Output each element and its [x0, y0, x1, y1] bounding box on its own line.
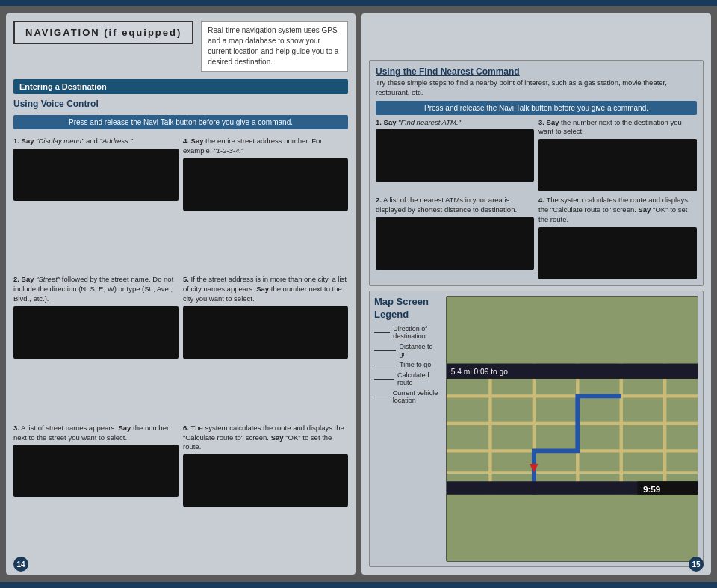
command-bar-right: Press and release the Navi Talk button b… [376, 101, 697, 115]
step-5-image [183, 306, 348, 359]
main-content: NAVIGATION (if equipped) Real-time navig… [0, 6, 717, 582]
legend-direction-label: Direction of destination [393, 325, 441, 340]
step-3: 3. A list of street names appears. Say t… [13, 424, 179, 567]
legend-distance-label: Distance to go [399, 343, 441, 358]
step-3-text: 3. A list of street names appears. Say t… [13, 424, 179, 443]
nav-title: NAVIGATION (if equipped) [13, 21, 193, 44]
bottom-bar [0, 582, 717, 588]
step-6-text: 6. The system calculates the route and d… [183, 424, 348, 452]
step-2: 2. Say "Street" followed by the street n… [13, 275, 179, 418]
svg-rect-0 [447, 363, 698, 494]
find-step-2: 2. A list of the nearest ATMs in your ar… [376, 196, 534, 279]
nav-title-area: NAVIGATION (if equipped) Real-time navig… [13, 21, 348, 72]
nav-description: Real-time navigation system uses GPS and… [201, 21, 348, 72]
step-6: 6. The system calculates the route and d… [183, 424, 348, 567]
legend-time-label: Time to go [400, 361, 431, 368]
legend-vehicle-label: Current vehicle location [393, 389, 441, 404]
legend-line-distance [374, 350, 396, 351]
find-step-4: 4. The system calculates the route and d… [538, 196, 697, 279]
legend-line-time [374, 365, 397, 365]
map-legend-box: Map ScreenLegend Direction of destinatio… [369, 291, 704, 567]
svg-text:5.4 mi 0:09 to go: 5.4 mi 0:09 to go [451, 368, 508, 376]
section-header: Entering a Destination [13, 79, 348, 94]
find-step-1: 1. Say "Find nearest ATM." [376, 118, 534, 192]
map-image-container: 9:59 5.4 mi 0:09 to go [446, 296, 698, 562]
svg-text:9:59: 9:59 [643, 484, 661, 494]
legend-time: Time to go [374, 361, 441, 368]
page-number-left: 14 [13, 557, 28, 572]
step-4-text: 4. Say the entire street address number.… [183, 137, 348, 156]
right-page: Using the Find Nearest Command Try these… [361, 13, 711, 575]
find-step-1-image [376, 129, 534, 182]
step-2-text: 2. Say "Street" followed by the street n… [13, 275, 179, 303]
find-step-3-text: 3. Say the number next to the destinatio… [538, 118, 697, 137]
step-1-image [13, 149, 179, 201]
legend-direction: Direction of destination [374, 325, 441, 340]
legend-vehicle: Current vehicle location [374, 389, 441, 404]
legend-route-label: Calculated route [397, 371, 441, 386]
step-2-image [13, 306, 179, 359]
steps-grid: 1. Say "Display menu" and "Address." 4. … [13, 137, 348, 567]
map-svg: 9:59 5.4 mi 0:09 to go [447, 297, 698, 561]
legend-line-route [374, 379, 394, 380]
find-nearest-title: Using the Find Nearest Command [376, 66, 697, 77]
step-1-text: 1. Say "Display menu" and "Address." [13, 137, 179, 146]
right-page-spacer [369, 21, 704, 55]
page-number-right: 15 [689, 557, 704, 572]
find-nearest-description: Try these simple steps to find a nearby … [376, 78, 697, 98]
map-screen-right: 9:59 5.4 mi 0:09 to go [446, 296, 698, 562]
legend-line-direction [374, 332, 390, 333]
find-step-2-text: 2. A list of the nearest ATMs in your ar… [376, 196, 534, 215]
map-legend-title: Map ScreenLegend [374, 296, 441, 321]
legend-route: Calculated route [374, 371, 441, 386]
top-bar [0, 0, 717, 6]
command-bar-left: Press and release the Navi Talk button b… [13, 115, 348, 129]
legend-items: Direction of destination Distance to go … [374, 325, 441, 404]
step-4: 4. Say the entire street address number.… [183, 137, 348, 270]
step-5-text: 5. If the street address is in more than… [183, 275, 348, 303]
subsection-title-voice: Using Voice Control [13, 99, 348, 109]
find-step-2-image [376, 217, 534, 270]
find-nearest-box: Using the Find Nearest Command Try these… [369, 60, 704, 286]
find-step-3: 3. Say the number next to the destinatio… [538, 118, 697, 192]
step-1: 1. Say "Display menu" and "Address." [13, 137, 179, 270]
legend-line-vehicle [374, 397, 390, 397]
find-step-1-text: 1. Say "Find nearest ATM." [376, 118, 534, 128]
step-6-image [183, 454, 348, 507]
step-5: 5. If the street address is in more than… [183, 275, 348, 418]
left-page: NAVIGATION (if equipped) Real-time navig… [6, 13, 356, 575]
step-3-image [13, 445, 179, 497]
find-step-4-text: 4. The system calculates the route and d… [538, 196, 697, 224]
find-step-3-image [538, 139, 697, 191]
find-step-4-image [538, 227, 697, 279]
legend-distance: Distance to go [374, 343, 441, 358]
step-4-image [183, 158, 348, 211]
find-nearest-grid: 1. Say "Find nearest ATM." 3. Say the nu… [376, 118, 697, 279]
map-legend-left: Map ScreenLegend Direction of destinatio… [374, 296, 441, 562]
